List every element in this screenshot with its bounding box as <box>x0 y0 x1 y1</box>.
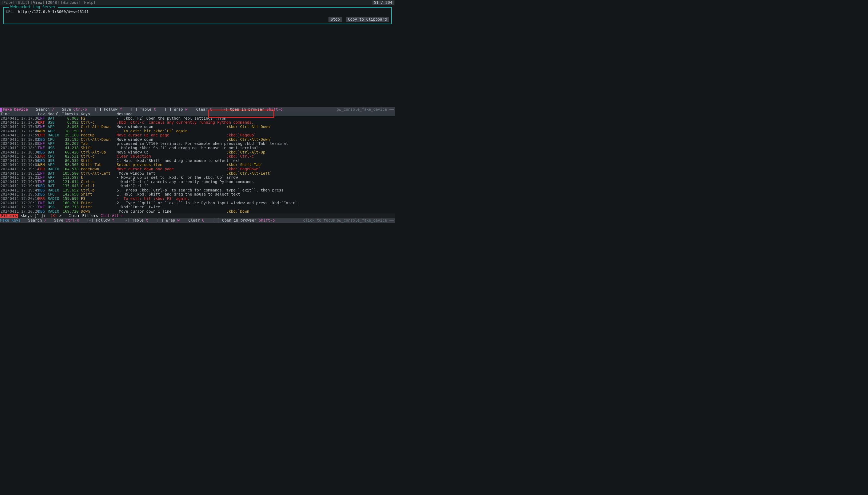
log-row[interactable]: 20240411 17:19:49DBGRADIO139.652Ctrl-p5.… <box>0 188 395 192</box>
menu-view[interactable]: [View] <box>31 1 45 5</box>
url-value: http://127.0.0.1:3000/#ws=46141 <box>18 10 89 14</box>
log-row[interactable]: 20240411 17:20:17INFUSB166.713Enter :kbd… <box>0 205 395 209</box>
log-row[interactable]: 20240411 17:18:02DBGCPU32.195Ctrl-Alt-Do… <box>0 137 395 142</box>
log-row[interactable]: 20240411 17:18:08INFAPP38.207Tabprocesse… <box>0 141 395 146</box>
log-row[interactable]: 20240411 17:17:48WRNAPP18.150F3- To exit… <box>0 129 395 134</box>
log-column-header: Time Lev Modul Timesta Keys Message <box>0 112 395 116</box>
log-toolbar-lower: Fake Keys Search / Save Ctrl-o [✓] Follo… <box>0 218 395 223</box>
save-button-2[interactable]: Save <box>54 218 63 222</box>
clear-filters-button[interactable]: Clear Filters <box>69 214 99 218</box>
log-row[interactable]: 20240411 17:20:20DBGRADIO169.720Down Mov… <box>0 209 395 214</box>
log-rows[interactable]: 20240411 17:17:30INFBAT0.003F2- :kbd:`F2… <box>0 116 395 214</box>
top-menu-bar: [File] [Edit] [View] [2048] [Windows] [H… <box>0 0 395 5</box>
log-row[interactable]: 20240411 17:17:30INFBAT0.003F2- :kbd:`F2… <box>0 116 395 121</box>
click-to-focus-hint[interactable]: click to focus <box>303 218 335 222</box>
device-name-label: pw_console_fake_device ── <box>337 107 394 112</box>
log-row[interactable]: 20240411 17:18:52ERRCPU82.531Ctrl-cClear… <box>0 154 395 159</box>
active-indicator-icon <box>0 108 2 112</box>
log-row[interactable]: 20240411 17:17:38INFAPP8.098Ctrl-Alt-Dow… <box>0 125 395 129</box>
filter-expr[interactable]: <keys [^ ]+ <box>20 214 46 218</box>
clear-filters-shortcut: Ctrl-Alt-r <box>101 214 123 218</box>
clear-button[interactable]: Clear <box>196 107 207 112</box>
device-name-label-2: pw_console_fake_device ── <box>337 218 394 222</box>
menu-2048[interactable]: [2048] <box>46 1 59 5</box>
menu-file[interactable]: [File] <box>1 1 15 5</box>
log-row[interactable]: 20240411 17:17:59ERRRADIO29.188PageUpMov… <box>0 133 395 137</box>
panel-title: Websocket Log Server <box>9 5 58 9</box>
stop-button[interactable]: Stop <box>328 17 342 22</box>
table-toggle[interactable]: [ ] Table <box>131 107 151 112</box>
log-row[interactable]: 20240411 17:19:14ERRRADIO104.578PageDown… <box>0 167 395 171</box>
url-label: URL: <box>6 10 15 14</box>
log-row[interactable]: 20240411 17:18:11INFUSB41.218Shift- Hold… <box>0 146 395 150</box>
copy-clipboard-button[interactable]: Copy to Clipboard <box>346 17 389 22</box>
log-row[interactable]: 20240411 17:18:30DBGBAT60.426Ctrl-Alt-Up… <box>0 150 395 155</box>
websocket-panel: Websocket Log Server URL: http://127.0.0… <box>3 7 392 24</box>
filters-tag[interactable]: Filters <box>0 214 18 218</box>
save-button[interactable]: Save <box>62 107 71 112</box>
follow-toggle-2[interactable]: [✓] Follow <box>87 218 109 222</box>
log-row[interactable]: 20240411 17:19:23INFAPP113.597k- Moving … <box>0 175 395 180</box>
col-time[interactable]: Time <box>1 112 38 116</box>
empty-pane <box>0 26 395 107</box>
filter-remove-icon[interactable]: (X) <box>50 214 57 218</box>
line-counter: 51 / 204 <box>372 1 394 5</box>
log-row[interactable]: 20240411 17:18:56DBGUSB86.539Shift1. Hol… <box>0 159 395 163</box>
log-row[interactable]: 20240411 17:19:08WRNAPP98.565Shift-TabSe… <box>0 163 395 167</box>
wrap-toggle[interactable]: [ ] Wrap <box>165 107 183 112</box>
log-row[interactable]: 20240411 17:19:45DBGBAT135.643Ctrl-f :kb… <box>0 184 395 188</box>
fake-device-tab[interactable]: Fake Device <box>3 107 28 112</box>
wrap-toggle-2[interactable]: [ ] Wrap <box>157 218 175 222</box>
menu-windows[interactable]: [Windows] <box>60 1 81 5</box>
follow-toggle[interactable]: [ ] Follow <box>95 107 117 112</box>
col-keys[interactable]: Keys <box>79 112 117 116</box>
col-level[interactable]: Lev <box>38 112 48 116</box>
open-browser-toggle-2[interactable]: [ ] Open in browser <box>213 218 256 222</box>
fake-keys-tab[interactable]: Fake Keys <box>0 218 21 222</box>
col-module[interactable]: Modul <box>48 112 62 116</box>
log-row[interactable]: 20240411 17:19:15INFBAT105.580Ctrl-Alt-L… <box>0 171 395 176</box>
menu-edit[interactable]: [Edit] <box>16 1 30 5</box>
log-row[interactable]: 20240411 17:17:36CRTUSB6.092Ctrl-c:kbd:`… <box>0 120 395 125</box>
col-message[interactable]: Message <box>117 112 133 116</box>
clear-button-2[interactable]: Clear <box>188 218 200 222</box>
search-button-2[interactable]: Search <box>28 218 42 222</box>
log-row[interactable]: 20240411 17:19:52DBGCPU142.658Shift1. Ho… <box>0 192 395 197</box>
log-toolbar-upper: Fake Device Search / Save Ctrl-o [ ] Fol… <box>0 107 395 112</box>
log-row[interactable]: 20240411 17:20:11INFBAT160.701Enter2. Ty… <box>0 201 395 205</box>
open-browser-toggle[interactable]: [✓] Open in browser <box>221 107 264 112</box>
log-row[interactable]: 20240411 17:19:31INFUSB121.614Ctrl-c :kb… <box>0 180 395 184</box>
menu-help[interactable]: [Help] <box>82 1 96 5</box>
filter-sep: > <box>59 214 62 218</box>
search-button[interactable]: Search <box>36 107 50 112</box>
table-toggle-2[interactable]: [✓] Table <box>123 218 143 222</box>
col-timestamp[interactable]: Timesta <box>62 112 79 116</box>
log-row[interactable]: 20240411 17:20:10ERRRADIO159.699F3- To e… <box>0 197 395 201</box>
filters-bar: Filters <keys [^ ]+ (X) > Clear Filters … <box>0 214 395 218</box>
